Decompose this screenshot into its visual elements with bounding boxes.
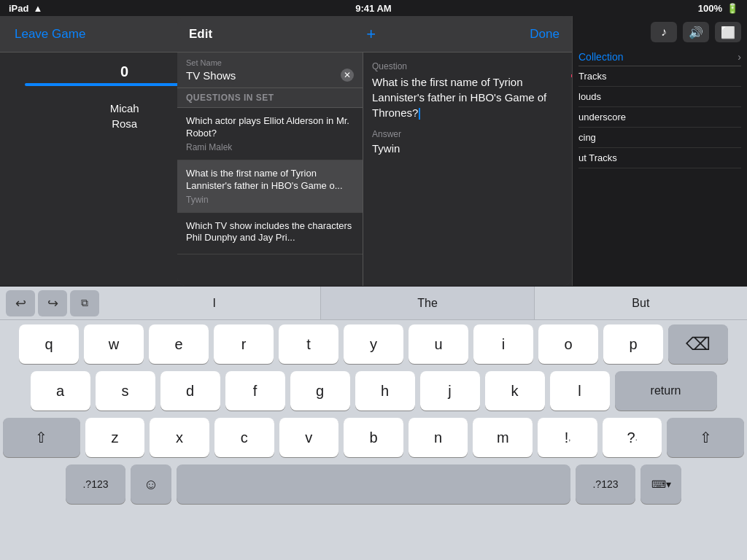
key-p[interactable]: p [603, 324, 663, 364]
keyboard-keys: q w e r t y u i o p ⌫ a s d f g h j k l … [0, 320, 747, 504]
question-detail-panel: Question What is the first name of Tyrio… [363, 52, 571, 286]
set-name-section: Set Name TV Shows ✕ [177, 52, 363, 88]
leave-game-button[interactable]: Leave Game [15, 27, 85, 42]
set-name-value[interactable]: TV Shows [186, 69, 236, 82]
player-name-rosa: Rosa [112, 117, 137, 130]
autocomplete-bar: ↩ ↪ ⧉ I The But [0, 287, 747, 320]
key-t[interactable]: t [279, 324, 338, 364]
sidebar-item-underscore[interactable]: underscore [578, 107, 741, 128]
key-i[interactable]: i [473, 324, 533, 364]
question-2-text: What is the first name of Tyrion Lannist… [186, 168, 354, 192]
question-2-answer: Tywin [186, 195, 354, 205]
key-w[interactable]: w [84, 324, 144, 364]
autocomplete-item-1[interactable]: I [108, 287, 321, 319]
key-row-1: q w e r t y u i o p ⌫ [3, 324, 744, 364]
sidebar-item-clouds[interactable]: louds [578, 87, 741, 107]
text-cursor [419, 108, 420, 120]
questions-in-set-header: QUESTIONS IN SET [177, 88, 363, 108]
key-x[interactable]: x [150, 418, 209, 457]
key-f[interactable]: f [225, 371, 285, 411]
question-item-3[interactable]: Which TV show includes the characters Ph… [177, 213, 363, 255]
autocomplete-item-2[interactable]: The [321, 287, 534, 319]
set-name-row: TV Shows ✕ [186, 69, 354, 82]
key-a[interactable]: a [31, 371, 90, 411]
key-e[interactable]: e [149, 324, 209, 364]
return-button[interactable]: return [615, 371, 717, 411]
key-q[interactable]: q [19, 324, 79, 364]
key-r[interactable]: r [214, 324, 274, 364]
question-1-text: Which actor plays Elliot Alderson in Mr.… [186, 115, 354, 140]
question-1-answer: Rami Malek [186, 142, 354, 152]
key-c[interactable]: c [214, 418, 274, 457]
edit-modal-header: Edit + Done [177, 16, 571, 52]
question-text-detail[interactable]: What is the first name of Tyrion Lannist… [372, 74, 562, 120]
detail-answer-section: Answer Tywin [372, 129, 562, 155]
music-icon[interactable]: ♪ [651, 22, 677, 42]
answer-label: Answer [372, 129, 562, 139]
add-question-button[interactable]: + [366, 25, 376, 44]
shift-button[interactable]: ⇧ [3, 418, 80, 457]
screen-icon[interactable]: ⬜ [715, 22, 741, 42]
autocomplete-suggestions: I The But [108, 287, 747, 319]
wifi-icon: ▲ [33, 3, 42, 14]
player-name-micah: Micah [110, 102, 139, 114]
undo-redo-bar: ↩ ↪ ⧉ [0, 290, 102, 316]
key-n[interactable]: n [409, 418, 468, 457]
battery-label: 100% [698, 3, 722, 14]
key-z[interactable]: z [85, 418, 145, 457]
space-button[interactable] [177, 464, 570, 504]
copy-button[interactable]: ⧉ [70, 290, 99, 316]
key-d[interactable]: d [160, 371, 220, 411]
set-name-label: Set Name [186, 58, 354, 67]
key-s[interactable]: s [96, 371, 155, 411]
sidebar-collection-title[interactable]: Collection › [578, 48, 741, 66]
key-g[interactable]: g [290, 371, 350, 411]
keyboard-hide-button[interactable]: ⌨▾ [640, 464, 681, 504]
key-v[interactable]: v [279, 418, 339, 457]
score-1-value: 0 [120, 63, 128, 80]
question-item-2[interactable]: What is the first name of Tyrion Lannist… [177, 160, 363, 213]
question-3-text: Which TV show includes the characters Ph… [186, 220, 354, 245]
answer-text-detail[interactable]: Tywin [372, 142, 562, 155]
volume-icon[interactable]: 🔊 [683, 22, 709, 42]
done-button[interactable]: Done [530, 27, 560, 42]
sidebar-item-cing[interactable]: cing [578, 128, 741, 148]
key-j[interactable]: j [420, 371, 480, 411]
numbers-button[interactable]: .?123 [66, 464, 125, 504]
edit-title: Edit [189, 27, 212, 42]
question-list: Which actor plays Elliot Alderson in Mr.… [177, 108, 363, 286]
shift-button-right[interactable]: ⇧ [667, 418, 744, 457]
key-k[interactable]: k [485, 371, 545, 411]
key-l[interactable]: l [550, 371, 610, 411]
key-row-4: .?123 ☺ .?123 ⌨▾ [3, 464, 744, 504]
questions-panel: Set Name TV Shows ✕ QUESTIONS IN SET Whi… [177, 52, 363, 286]
numbers-button-right[interactable]: .?123 [576, 464, 635, 504]
chevron-right-icon: › [738, 51, 741, 63]
key-exclaim[interactable]: !, [538, 418, 597, 457]
key-b[interactable]: b [344, 418, 403, 457]
clear-set-name-button[interactable]: ✕ [341, 69, 354, 82]
key-o[interactable]: o [538, 324, 598, 364]
key-row-3: ⇧ z x c v b n m !, ?. ⇧ [3, 418, 744, 457]
key-y[interactable]: y [344, 324, 403, 364]
sidebar-item-tracks[interactable]: Tracks [578, 66, 741, 87]
key-h[interactable]: h [355, 371, 415, 411]
key-m[interactable]: m [473, 418, 533, 457]
status-right: 100% 🔋 [698, 3, 738, 14]
battery-icon: 🔋 [727, 3, 738, 14]
key-u[interactable]: u [409, 324, 468, 364]
key-question[interactable]: ?. [603, 418, 662, 457]
autocomplete-item-3[interactable]: But [535, 287, 747, 319]
sidebar-item-ut-tracks[interactable]: ut Tracks [578, 148, 741, 168]
sidebar-icons: ♪ 🔊 ⬜ [573, 16, 747, 48]
undo-button[interactable]: ↩ [6, 290, 35, 316]
emoji-button[interactable]: ☺ [131, 464, 171, 504]
backspace-button[interactable]: ⌫ [668, 324, 728, 364]
keyboard-area: ↩ ↪ ⧉ I The But q w e r t y u i o p ⌫ a … [0, 287, 747, 560]
status-time: 9:41 AM [355, 3, 391, 14]
ipad-label: iPad [9, 3, 28, 14]
redo-button[interactable]: ↪ [38, 290, 67, 316]
status-bar: iPad ▲ 9:41 AM 100% 🔋 [0, 0, 747, 16]
question-item-1[interactable]: Which actor plays Elliot Alderson in Mr.… [177, 108, 363, 160]
edit-modal: Edit + Done Set Name TV Shows ✕ QUESTION… [177, 16, 571, 286]
